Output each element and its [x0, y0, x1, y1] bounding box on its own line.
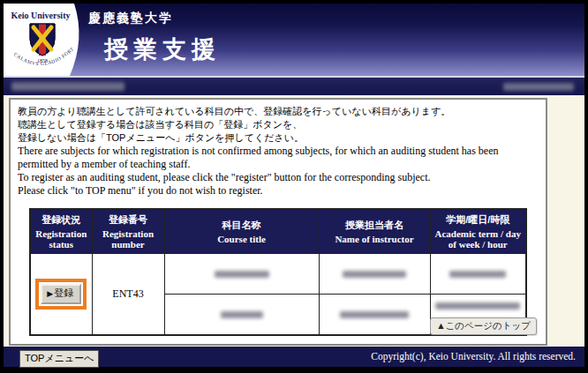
- notice-jp-line1: 教員の方より聴講生として許可されている科目の中で、登録確認を行っていない科目があ…: [18, 105, 539, 118]
- top-menu-button[interactable]: TOPメニューへ: [19, 350, 99, 368]
- keio-crest-logo: Keio University 1858 CALAMVS GLADIO FORT…: [4, 4, 101, 76]
- redacted-datetime: [503, 83, 574, 91]
- instructor-cell-2: [319, 295, 430, 336]
- crest-shield: [30, 24, 55, 56]
- redacted-term: [449, 271, 506, 278]
- redacted-course-title: [215, 271, 269, 278]
- page-top-button[interactable]: ▲このページのトップ: [430, 317, 537, 335]
- col-header-instructor: 授業担当者名 Name of instructor: [319, 209, 430, 254]
- table-header-row: 登録状況 Registration status 登録番号 Registrati…: [30, 209, 526, 254]
- redacted-instructor: [340, 311, 409, 318]
- notice-jp-line2: 聴講生として登録する場合は該当する科目の「登録」ボタンを、: [18, 118, 539, 131]
- browser-page: Keio University 1858 CALAMVS GLADIO FORT…: [4, 4, 584, 367]
- notice-en-line1: There are subjects for which registratio…: [18, 145, 539, 171]
- course-title-cell-1: [164, 254, 319, 295]
- redacted-user-name: [11, 82, 124, 91]
- table-row: ▶登録 ENT43: [30, 254, 526, 295]
- notice-jp-line3: 登録しない場合は「TOPメニューへ」ボタンを押してください。: [18, 131, 539, 145]
- main-area: 教員の方より聴講生として許可されている科目の中で、登録確認を行っていない科目があ…: [4, 95, 584, 347]
- crest-university-text: Keio University: [11, 11, 71, 20]
- term-cell-1: [430, 254, 526, 295]
- page-title: 授業支援: [104, 34, 221, 65]
- play-triangle-icon: ▶: [47, 289, 53, 298]
- notice-en-line2: To register as an auditing student, plea…: [18, 171, 539, 184]
- instructor-cell-1: [319, 254, 430, 295]
- redacted-course-title: [221, 311, 263, 318]
- course-title-cell-2: [164, 295, 319, 336]
- register-button-highlight: ▶登録: [35, 279, 87, 310]
- user-info-bar: [4, 78, 584, 95]
- col-header-registration-number: 登録番号 Registration number: [92, 209, 164, 254]
- redacted-instructor: [343, 271, 406, 278]
- register-button[interactable]: ▶登録: [41, 284, 81, 304]
- content-box: 教員の方より聴講生として許可されている科目の中で、登録確認を行っていない科目があ…: [9, 98, 547, 346]
- university-name-jp: 慶應義塾大学: [88, 11, 221, 26]
- notice-en-line3: Please click "to TOP menu" if you do not…: [18, 184, 539, 198]
- registration-number-cell: ENT43: [92, 254, 164, 336]
- page-header: Keio University 1858 CALAMVS GLADIO FORT…: [4, 4, 584, 76]
- registration-status-cell: ▶登録: [30, 254, 92, 336]
- col-header-term: 学期/曜日/時限 Academic term / day of week / h…: [430, 209, 526, 254]
- col-header-course-title: 科目名称 Course title: [164, 209, 319, 254]
- redacted-term: [435, 302, 520, 310]
- col-header-registration-status: 登録状況 Registration status: [30, 209, 92, 254]
